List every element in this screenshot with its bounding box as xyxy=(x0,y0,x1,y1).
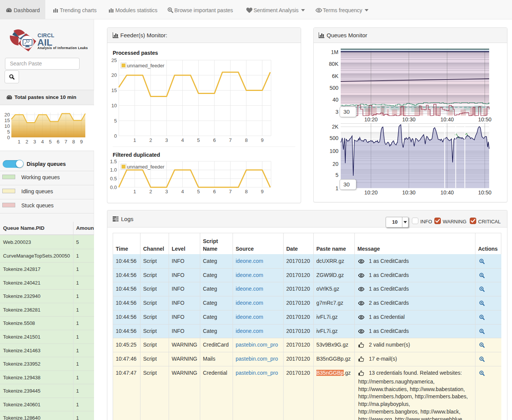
svg-text:1: 1 xyxy=(335,185,338,191)
svg-text:15: 15 xyxy=(112,88,117,93)
svg-text:100: 100 xyxy=(330,148,339,154)
svg-text:40: 40 xyxy=(332,97,338,103)
svg-text:2: 2 xyxy=(149,137,152,143)
svg-text:10:40: 10:40 xyxy=(440,189,454,196)
svg-text:3: 3 xyxy=(165,189,168,194)
svg-text:2K: 2K xyxy=(332,124,339,130)
svg-text:500: 500 xyxy=(330,135,339,141)
svg-text:9: 9 xyxy=(261,189,263,194)
svg-text:80K: 80K xyxy=(329,61,339,67)
svg-text:6: 6 xyxy=(213,137,216,143)
svg-text:10:50: 10:50 xyxy=(478,189,491,196)
svg-text:2: 2 xyxy=(149,189,152,194)
svg-text:1: 1 xyxy=(133,189,136,194)
svg-text:4: 4 xyxy=(41,139,44,145)
svg-text:0.5: 0.5 xyxy=(110,176,117,181)
svg-text:1: 1 xyxy=(133,137,136,143)
svg-text:2: 2 xyxy=(26,139,28,145)
svg-text:7: 7 xyxy=(229,137,232,143)
svg-text:500: 500 xyxy=(330,85,339,91)
svg-text:0: 0 xyxy=(114,133,117,139)
svg-text:20: 20 xyxy=(5,112,10,118)
svg-text:Analysis of Information Leaks: Analysis of Information Leaks xyxy=(38,46,88,50)
svg-text:1.0: 1.0 xyxy=(110,167,117,173)
svg-text:9: 9 xyxy=(80,139,83,145)
svg-text:1.5: 1.5 xyxy=(110,159,117,164)
svg-text:unnamed_feeder: unnamed_feeder xyxy=(127,164,165,170)
svg-text:10: 10 xyxy=(112,103,117,108)
svg-text:8: 8 xyxy=(245,189,247,194)
svg-text:4: 4 xyxy=(181,137,184,143)
svg-text:1M: 1M xyxy=(331,49,338,55)
svg-text:6K: 6K xyxy=(332,73,339,79)
svg-text:8: 8 xyxy=(72,139,75,145)
svg-text:unnamed_feeder: unnamed_feeder xyxy=(127,63,165,68)
svg-text:3: 3 xyxy=(335,109,338,115)
svg-text:9: 9 xyxy=(261,137,263,143)
svg-text:6: 6 xyxy=(57,139,59,145)
svg-text:0.0: 0.0 xyxy=(110,185,117,190)
svg-text:AIL: AIL xyxy=(37,37,53,48)
svg-text:10:30: 10:30 xyxy=(402,189,415,196)
svg-text:5: 5 xyxy=(335,172,338,178)
svg-text:8: 8 xyxy=(245,137,247,143)
svg-text:1: 1 xyxy=(18,139,21,145)
svg-text:5: 5 xyxy=(114,118,117,124)
svg-text:3: 3 xyxy=(33,139,36,145)
svg-text:10:20: 10:20 xyxy=(364,189,378,196)
svg-text:10: 10 xyxy=(5,123,10,129)
svg-text:5: 5 xyxy=(49,139,51,145)
svg-text:25: 25 xyxy=(112,57,117,63)
svg-text:5: 5 xyxy=(197,137,200,143)
svg-text:20: 20 xyxy=(112,72,117,78)
svg-text:0: 0 xyxy=(7,135,10,140)
svg-text:4: 4 xyxy=(181,189,184,194)
svg-text:7: 7 xyxy=(229,189,232,194)
svg-text:7: 7 xyxy=(64,139,67,145)
svg-text:5: 5 xyxy=(7,129,10,135)
svg-text:20: 20 xyxy=(332,161,338,167)
svg-text:5: 5 xyxy=(197,189,200,194)
svg-text:15: 15 xyxy=(5,118,10,123)
svg-text:6: 6 xyxy=(213,189,216,194)
svg-text:3: 3 xyxy=(165,137,168,143)
